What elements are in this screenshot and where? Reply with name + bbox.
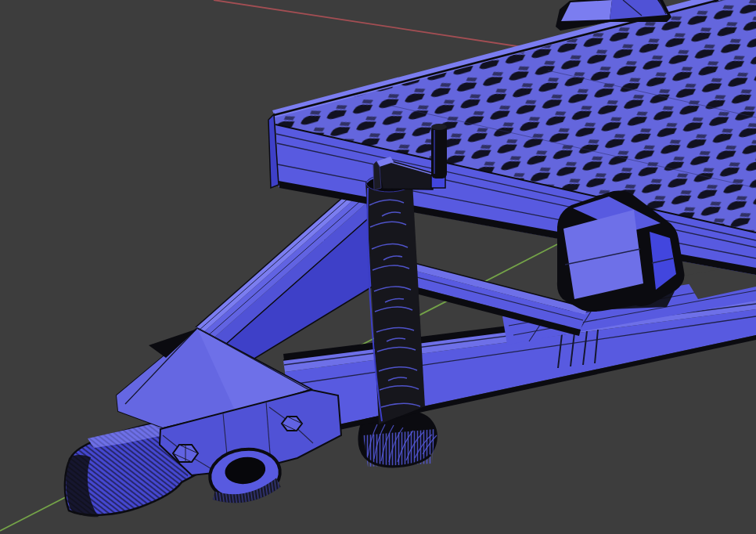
hex-bolt-front[interactable] bbox=[173, 445, 198, 462]
grip-top-cap bbox=[431, 124, 447, 130]
crank-grip bbox=[431, 125, 447, 179]
viewport-canvas[interactable] bbox=[0, 0, 756, 534]
hex-bolt-rear[interactable] bbox=[282, 417, 302, 431]
foot-tick-fringe bbox=[363, 429, 435, 467]
